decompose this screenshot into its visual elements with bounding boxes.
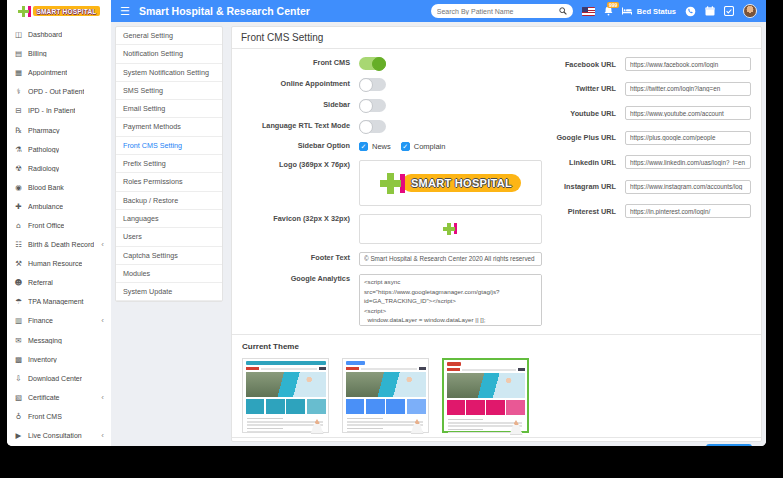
settings-menu-item-12[interactable]: Captcha Settings (116, 247, 222, 265)
toggle-3-label: Language RTL Text Mode (232, 121, 359, 132)
search-icon[interactable] (559, 7, 567, 15)
top-header: SMART HOSPITAL ☰ Smart Hospital & Resear… (7, 0, 766, 22)
theme-option-1[interactable] (342, 358, 429, 433)
social-url-1-input[interactable] (625, 82, 751, 96)
social-url-2-input[interactable] (625, 106, 751, 120)
checkbox-option-0[interactable]: ✓ News (359, 142, 391, 151)
sidebar-item-6[interactable]: ⚗ Pathology (7, 140, 111, 159)
sidebar-item-20[interactable]: ♁ Front CMS (7, 407, 111, 426)
sidebar-item-8[interactable]: ◉ Blood Bank (7, 178, 111, 197)
theme-option-0[interactable] (242, 358, 329, 433)
sidebar-item-18[interactable]: ⇩ Download Center (7, 369, 111, 388)
social-url-4-label: Linkedin URL (544, 158, 625, 167)
hamburger-menu-icon[interactable]: ☰ (120, 6, 130, 17)
brand-logo[interactable]: SMART HOSPITAL (7, 0, 111, 22)
sidebar-item-12[interactable]: ⚒ Human Resource (7, 254, 111, 273)
sidebar-item-7[interactable]: ☢ Radiology (7, 159, 111, 178)
settings-menu-item-0[interactable]: General Setting (116, 27, 222, 45)
theme-cards (246, 399, 326, 414)
settings-menu-item-1[interactable]: Notification Setting (116, 45, 222, 63)
hospital-cross-icon (380, 172, 406, 194)
toggle-switch-3[interactable] (359, 120, 386, 133)
search-input[interactable] (437, 8, 559, 15)
toggle-knob (359, 120, 373, 134)
sidebar-item-12-label: Human Resource (28, 260, 82, 267)
social-url-3-input[interactable] (625, 131, 751, 145)
favicon-preview[interactable] (359, 214, 542, 244)
bed-status-label: Bed Status (637, 7, 676, 16)
toggle-switch-2[interactable] (359, 99, 386, 112)
social-url-0-input[interactable] (625, 57, 751, 71)
sidebar-item-10[interactable]: ⌂ Front Office (7, 216, 111, 235)
calendar-button[interactable] (705, 6, 715, 16)
sidebar-item-18-icon: ⇩ (14, 374, 23, 383)
chevron-left-icon: ‹ (101, 240, 104, 249)
theme-option-2[interactable] (442, 358, 529, 433)
sidebar-item-15[interactable]: ▥ Finance ‹ (7, 311, 111, 330)
bed-status-button[interactable]: Bed Status (622, 7, 676, 16)
toggle-switch-0[interactable] (359, 57, 386, 70)
sidebar-item-15-icon: ▥ (14, 316, 23, 325)
footer-text-input[interactable] (359, 252, 542, 266)
app-title: Smart Hospital & Research Center (139, 5, 310, 17)
chevron-left-icon: ‹ (101, 431, 104, 440)
task-check-icon (724, 6, 734, 16)
sidebar-item-14[interactable]: ☂ TPA Management (7, 292, 111, 311)
save-button[interactable]: ✓ Save (706, 444, 752, 446)
sidebar-item-21-label: Live Consultation (28, 432, 82, 439)
social-url-5-label: Instagram URL (544, 182, 625, 191)
settings-menu-item-10[interactable]: Languages (116, 210, 222, 228)
social-url-6-input[interactable] (625, 204, 751, 218)
theme-body (246, 414, 326, 434)
whatsapp-icon (685, 6, 696, 17)
sidebar-item-5[interactable]: ℞ Pharmacy (7, 120, 111, 139)
settings-menu-item-6[interactable]: Front CMS Setting (116, 137, 222, 155)
settings-menu-item-11[interactable]: Users (116, 228, 222, 246)
settings-menu-item-5[interactable]: Payment Methods (116, 118, 222, 136)
sidebar-item-2[interactable]: ▦ Appointment (7, 63, 111, 82)
sidebar-item-14-icon: ☂ (14, 297, 23, 306)
toggle-1-label: Online Appointment (232, 79, 359, 90)
sidebar-item-1[interactable]: ▤ Billing (7, 44, 111, 63)
sidebar-item-16[interactable]: ✉ Messaging (7, 331, 111, 350)
sidebar-item-21-icon: ▶ (14, 431, 23, 440)
sidebar-item-0[interactable]: ◫ Dashboard (7, 25, 111, 44)
sidebar-item-4[interactable]: ⊟ IPD - In Patient (7, 101, 111, 120)
notification-badge: 999 (607, 2, 618, 8)
settings-menu-item-14[interactable]: System Update (116, 283, 222, 301)
sidebar-item-19[interactable]: ▧ Certificate ‹ (7, 388, 111, 407)
language-flag-icon[interactable] (582, 7, 595, 16)
logo-preview[interactable]: SMART HOSPITAL (359, 160, 542, 206)
sidebar-item-11[interactable]: ☷ Birth & Death Record ‹ (7, 235, 111, 254)
settings-menu-item-4[interactable]: Email Setting (116, 100, 222, 118)
sidebar-item-17[interactable]: ▩ Inventory (7, 350, 111, 369)
user-avatar[interactable] (743, 4, 757, 18)
google-analytics-textarea[interactable]: <script async src="https://www.googletag… (359, 274, 542, 326)
settings-menu-item-8[interactable]: Roles Permissions (116, 173, 222, 191)
theme-cards (447, 400, 525, 415)
notifications-button[interactable]: 999 (604, 6, 613, 16)
social-url-5-input[interactable] (625, 180, 751, 194)
settings-menu-item-9[interactable]: Backup / Restore (116, 192, 222, 210)
sidebar-item-0-icon: ◫ (14, 30, 23, 39)
settings-menu-item-13[interactable]: Modules (116, 265, 222, 283)
whatsapp-button[interactable] (685, 6, 696, 17)
sidebar-item-13-label: Referral (28, 279, 53, 286)
settings-menu-item-2[interactable]: System Notification Setting (116, 64, 222, 82)
settings-menu-item-3[interactable]: SMS Setting (116, 82, 222, 100)
theme-topbar (447, 362, 461, 366)
settings-menu-item-7[interactable]: Prefix Setting (116, 155, 222, 173)
sidebar-item-9[interactable]: ✚ Ambulance (7, 197, 111, 216)
toggle-switch-1[interactable] (359, 78, 386, 91)
sidebar-item-21[interactable]: ▶ Live Consultation ‹ (7, 426, 111, 445)
checkbox-option-1[interactable]: ✓ Complain (401, 142, 446, 151)
sidebar-item-13[interactable]: ☻ Referral (7, 273, 111, 292)
tasks-button[interactable] (724, 6, 734, 16)
theme-hero-image (447, 373, 525, 398)
sidebar-item-3[interactable]: ⚕ OPD - Out Patient (7, 82, 111, 101)
toggle-0-label: Front CMS (232, 58, 359, 69)
current-theme-label: Current Theme (242, 342, 751, 351)
checkbox-label: Complain (414, 142, 446, 151)
social-url-4-input[interactable] (625, 155, 751, 169)
sidebar-item-20-icon: ♁ (14, 412, 23, 421)
